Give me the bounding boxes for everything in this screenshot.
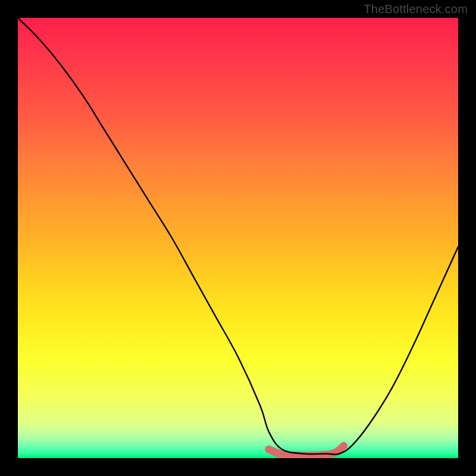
watermark-text: TheBottleneck.com (364, 2, 468, 16)
chart-frame: TheBottleneck.com (0, 0, 476, 476)
curve-layer (18, 18, 458, 458)
highlight-start-dot (265, 446, 273, 453)
bottleneck-curve-path (18, 18, 458, 455)
plot-area (18, 18, 458, 458)
